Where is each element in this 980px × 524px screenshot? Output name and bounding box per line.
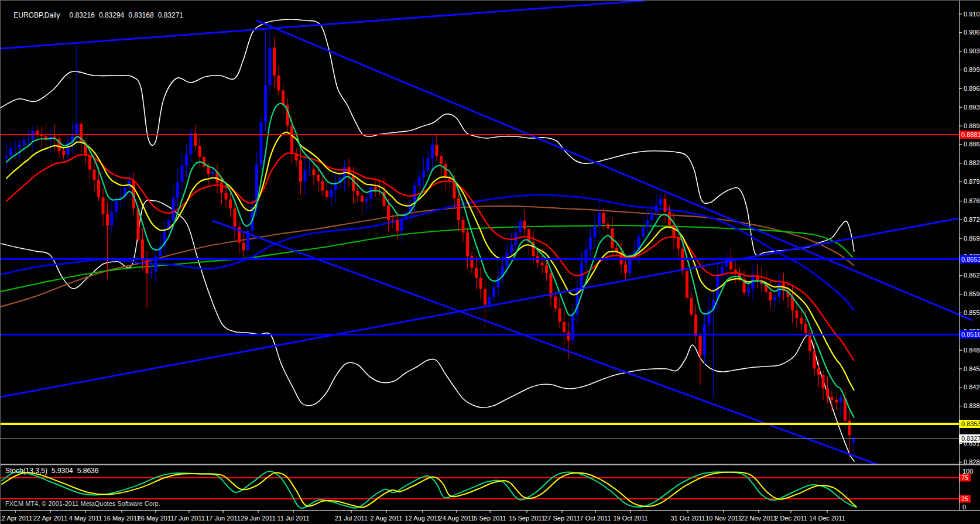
candle-body xyxy=(299,160,302,182)
price-axis-label: 0.84200 xyxy=(964,383,980,391)
candle-body xyxy=(466,232,469,256)
candle-body xyxy=(106,214,109,225)
candle-body xyxy=(361,196,364,202)
candle-body xyxy=(558,309,561,322)
candle-body xyxy=(18,145,21,148)
date-axis-label: 12 Aug 2011 xyxy=(405,515,441,522)
price-axis-label: 0.88290 xyxy=(964,159,980,166)
candle-body xyxy=(808,333,811,351)
candle-body xyxy=(211,172,214,174)
candle-body xyxy=(436,145,438,156)
stoch-axis-label: 0 xyxy=(962,504,966,511)
candle-body xyxy=(146,261,149,273)
candle-body xyxy=(115,200,118,212)
stochastic-k-value: 5.9304 xyxy=(52,467,73,475)
mt4-chart-window: EURGBP,Daily0.832160.832940.831680.83271… xyxy=(0,0,980,524)
candle-body xyxy=(304,170,307,181)
candle-body xyxy=(646,220,649,227)
candle-body xyxy=(769,292,772,301)
candle-body xyxy=(839,398,842,402)
candle-body xyxy=(400,219,403,231)
price-axis-label: 0.84880 xyxy=(964,347,980,354)
price-axis-label: 0.86920 xyxy=(964,235,980,242)
candle-body xyxy=(541,263,544,266)
candle-body xyxy=(585,249,588,263)
candle-body xyxy=(567,333,570,341)
date-axis-label: 2 Dec 2011 xyxy=(775,515,807,522)
candle-body xyxy=(150,272,153,273)
price-axis-label: 0.83860 xyxy=(964,402,980,409)
stoch-level-badge-text: 25 xyxy=(961,495,968,502)
candle-body xyxy=(686,271,688,298)
chart-title: EURGBP,Daily0.832160.832940.831680.83271 xyxy=(6,3,187,28)
candle-body xyxy=(690,298,693,315)
candle-body xyxy=(387,206,390,220)
candle-body xyxy=(571,314,574,341)
price-axis-label: 0.91010 xyxy=(964,11,980,18)
price-axis-label: 0.87260 xyxy=(964,216,980,223)
candle-body xyxy=(369,187,372,198)
candle-body xyxy=(550,273,553,297)
candle-body xyxy=(14,148,17,148)
low-value: 0.83168 xyxy=(128,11,153,19)
price-axis-label: 0.82840 xyxy=(964,458,980,465)
candle-body xyxy=(813,351,816,369)
date-axis-label: 12 Apr 2011 xyxy=(1,515,32,522)
price-axis-label: 0.87950 xyxy=(964,178,980,185)
candle-body xyxy=(23,140,26,145)
candle-body xyxy=(97,180,100,197)
candle-body xyxy=(357,191,359,196)
candle-body xyxy=(554,297,557,309)
candle-body xyxy=(290,125,293,154)
candle-body xyxy=(317,175,320,181)
candle-body xyxy=(203,157,205,167)
stoch-level-badge: 25 xyxy=(960,495,971,503)
candle-body xyxy=(852,439,855,443)
candle-body xyxy=(699,336,702,355)
candle-body xyxy=(589,237,592,249)
date-axis-label: 26 May 2011 xyxy=(138,515,174,522)
candle-body xyxy=(352,175,355,191)
candle-body xyxy=(155,256,157,272)
candle-body xyxy=(655,205,658,212)
candle-body xyxy=(673,225,676,237)
price-axis-label: 0.87600 xyxy=(964,197,980,204)
candle-body xyxy=(694,315,697,336)
candle-body xyxy=(277,76,280,91)
date-axis-label: 14 Dec 2011 xyxy=(809,515,845,522)
date-axis-label: 21 Jul 2011 xyxy=(335,515,368,522)
candle-body xyxy=(198,146,201,157)
current-price-badge-text: 0.83271 xyxy=(961,435,980,442)
stochastic-name: Stoch(13,3,5) xyxy=(5,467,47,475)
price-axis-label: 0.88630 xyxy=(964,141,980,148)
stoch-level-badge: 75 xyxy=(960,474,971,482)
stochastic-d-value: 5.8636 xyxy=(77,467,99,475)
candle-body xyxy=(703,324,706,355)
candle-body xyxy=(510,245,513,253)
open-value: 0.83216 xyxy=(69,11,94,19)
candle-body xyxy=(128,181,131,188)
date-axis-label: 19 Oct 2011 xyxy=(613,515,647,522)
candle-body xyxy=(185,155,188,166)
candle-body xyxy=(365,199,368,202)
candle-body xyxy=(242,243,245,251)
candle-body xyxy=(225,193,228,199)
candle-body xyxy=(422,170,425,177)
candle-body xyxy=(88,156,91,170)
candle-body xyxy=(172,198,175,221)
price-level-badge: 0.86539 xyxy=(960,255,980,263)
price-level-badge-text: 0.83537 xyxy=(961,420,980,427)
candle-body xyxy=(273,47,276,76)
date-axis-label: 11 Jul 2011 xyxy=(277,515,309,522)
candle-body xyxy=(325,191,328,197)
price-axis-label: 0.89990 xyxy=(964,66,980,73)
chart-canvas[interactable]: 0.910100.906700.903300.899900.896500.893… xyxy=(1,1,980,524)
candle-body xyxy=(523,221,526,229)
candle-body xyxy=(93,170,96,180)
stoch-level-badge-text: 75 xyxy=(961,474,968,481)
candle-body xyxy=(295,154,298,160)
price-level-badge-text: 0.85167 xyxy=(961,331,980,338)
candle-body xyxy=(475,268,478,278)
candle-body xyxy=(831,397,834,400)
date-axis-label: 16 May 2011 xyxy=(104,515,141,522)
